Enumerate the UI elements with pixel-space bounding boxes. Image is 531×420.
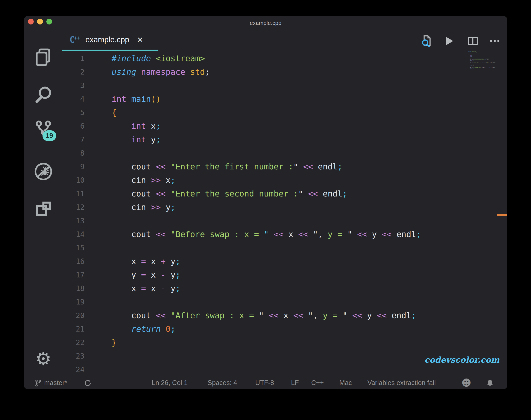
code-text: using namespace std; [90, 65, 210, 79]
line-number: 10 [62, 174, 90, 187]
line-number: 11 [62, 187, 90, 201]
code-line[interactable]: 21 return 0; [62, 322, 507, 336]
branch-indicator[interactable]: master* [44, 377, 67, 389]
open-preview-button[interactable] [420, 35, 433, 47]
code-text: y = x - y; [90, 268, 180, 282]
line-number: 1 [62, 52, 90, 65]
minimap[interactable]: #include <iostream>using namespace std;i… [468, 51, 497, 75]
code-text: return 0; [90, 322, 175, 336]
files-icon [33, 47, 53, 67]
code-text: x = x + y; [90, 255, 180, 268]
line-number: 13 [62, 214, 90, 228]
code-line[interactable]: 17 y = x - y; [62, 268, 507, 282]
title-bar: example.cpp [24, 16, 507, 29]
code-line[interactable]: 14 cout << "Before swap : x = " << x << … [62, 228, 507, 241]
code-line[interactable]: 2using namespace std; [62, 65, 507, 79]
code-text: cout << "Enter the first number :" << en… [90, 160, 342, 174]
code-line[interactable]: 11 cout << "Enter the second number :" <… [62, 187, 507, 201]
bug-slash-icon [33, 162, 53, 181]
code-text [90, 363, 112, 376]
cursor-position[interactable]: Ln 26, Col 1 [152, 377, 188, 389]
code-line[interactable]: 24 [62, 363, 507, 376]
close-icon[interactable]: ✕ [137, 35, 143, 44]
eol-setting[interactable]: LF [291, 377, 299, 389]
code-text: #include <iostream> [90, 52, 205, 65]
cpp-language-icon: C++ [70, 35, 79, 45]
code-line[interactable]: 12 cin >> y; [62, 201, 507, 214]
code-line[interactable]: 20 cout << "After swap : x = " << x << "… [62, 309, 507, 322]
line-number: 22 [62, 336, 90, 349]
overview-ruler-marker [497, 214, 507, 216]
split-editor-button[interactable] [466, 35, 479, 47]
code-text [90, 349, 112, 363]
encoding[interactable]: UTF-8 [255, 377, 274, 389]
code-line[interactable]: 7 int y; [62, 133, 507, 147]
split-editor-icon [466, 35, 479, 47]
run-button[interactable] [442, 35, 455, 47]
code-text: cout << "Before swap : x = " << x << ", … [90, 228, 421, 241]
code-text: int y; [90, 133, 161, 147]
extensions-icon [33, 199, 53, 218]
code-text [90, 241, 112, 255]
indentation-setting[interactable]: Spaces: 4 [207, 377, 237, 389]
code-text: cout << "Enter the second number :" << e… [90, 187, 347, 201]
code-text [90, 214, 112, 228]
feedback-smiley-icon[interactable]: ☻ [461, 377, 471, 389]
line-number: 21 [62, 322, 90, 336]
line-number: 2 [62, 65, 90, 79]
sidebar-item-explorer[interactable] [33, 47, 53, 67]
code-line[interactable]: 8 [62, 147, 507, 160]
status-bar: master* Ln 26, Col 1 Spaces: 4 UTF-8 LF … [24, 377, 507, 389]
code-line[interactable]: 10 cin >> x; [62, 174, 507, 187]
line-number: 24 [62, 363, 90, 376]
sidebar-item-search[interactable] [33, 85, 53, 105]
line-number: 14 [62, 228, 90, 241]
sidebar-item-debug-disabled[interactable] [33, 162, 53, 181]
code-line[interactable]: 1#include <iostream> [62, 52, 507, 65]
code-line[interactable]: 16 x = x + y; [62, 255, 507, 268]
code-text: cin >> x; [90, 174, 175, 187]
sync-icon[interactable] [84, 379, 92, 387]
window-title: example.cpp [24, 16, 507, 29]
code-line[interactable]: 19 [62, 295, 507, 309]
activity-bar: 19 ⚙ [24, 29, 62, 377]
language-mode[interactable]: C++ [311, 377, 324, 389]
watermark: codevscolor.com [425, 355, 500, 365]
line-number: 12 [62, 201, 90, 214]
code-text: cout << "After swap : x = " << x << ", y… [90, 309, 416, 322]
tab-bar: C++ example.cpp ✕ [62, 29, 507, 52]
code-line[interactable]: 18 x = x - y; [62, 282, 507, 295]
code-line[interactable]: 6 int x; [62, 120, 507, 133]
gear-icon[interactable]: ⚙ [33, 349, 53, 369]
play-icon [442, 35, 455, 47]
code-line[interactable]: 15 [62, 241, 507, 255]
code-line[interactable]: 3 [62, 79, 507, 92]
code-text: int main() [90, 92, 161, 106]
git-branch-icon [34, 379, 42, 387]
sidebar-item-source-control[interactable]: 19 [33, 120, 53, 140]
code-line[interactable]: 22} [62, 336, 507, 349]
line-number: 5 [62, 106, 90, 120]
line-number: 18 [62, 282, 90, 295]
code-line[interactable]: 4int main() [62, 92, 507, 106]
code-line[interactable]: 13 [62, 214, 507, 228]
code-text: } [90, 336, 117, 349]
line-number: 16 [62, 255, 90, 268]
code-editor[interactable]: 1#include <iostream>2using namespace std… [62, 52, 507, 377]
line-number: 4 [62, 92, 90, 106]
code-line[interactable]: 9 cout << "Enter the first number :" << … [62, 160, 507, 174]
sidebar-item-extensions[interactable] [33, 199, 53, 218]
line-number: 8 [62, 147, 90, 160]
line-number: 7 [62, 133, 90, 147]
more-actions-button[interactable] [488, 35, 501, 47]
file-search-icon [420, 35, 433, 47]
tab-example-cpp[interactable]: C++ example.cpp ✕ [62, 29, 161, 51]
code-text: int x; [90, 120, 161, 133]
line-number: 19 [62, 295, 90, 309]
active-tab-underline [62, 50, 158, 51]
line-number: 6 [62, 120, 90, 133]
line-number: 3 [62, 79, 90, 92]
os-indicator[interactable]: Mac [339, 377, 352, 389]
code-line[interactable]: 5{ [62, 106, 507, 120]
bell-icon[interactable] [486, 379, 494, 387]
